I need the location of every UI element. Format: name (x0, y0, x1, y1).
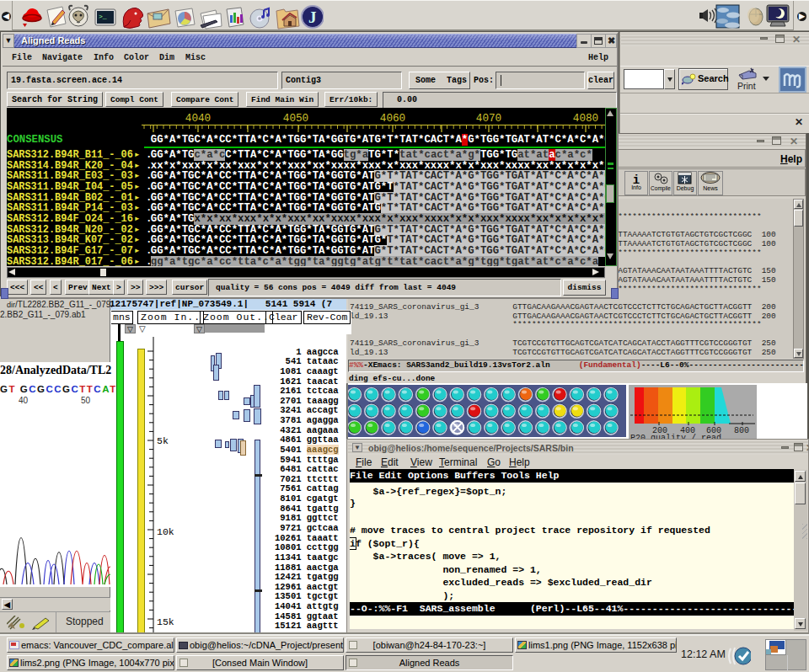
svg-text:800: 800 (734, 426, 749, 435)
svg-text:J: J (308, 8, 317, 26)
svg-text:>_: >_ (99, 13, 107, 20)
